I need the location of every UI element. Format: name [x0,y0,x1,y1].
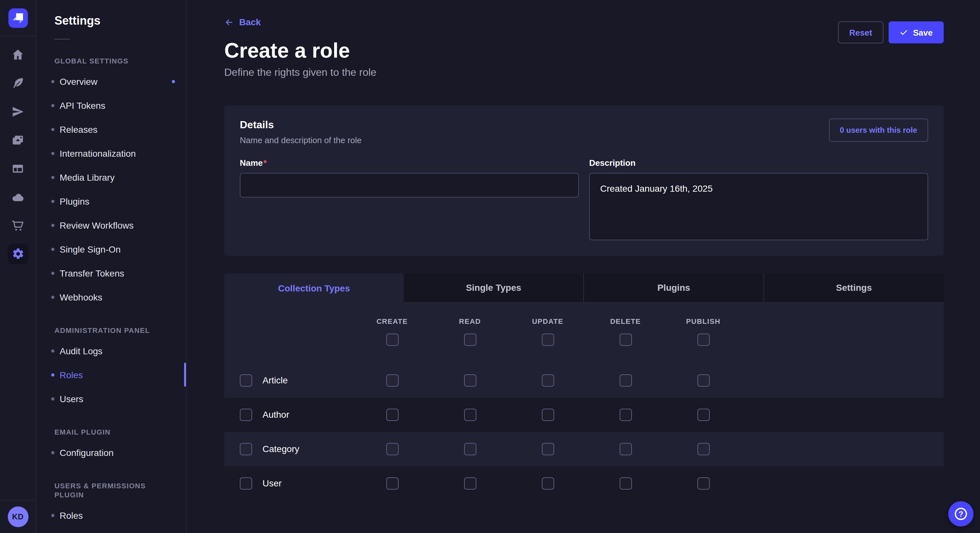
page-subtitle: Define the rights given to the role [224,67,944,78]
sidebar-item-roles-up[interactable]: Roles [36,503,186,527]
sidebar-item-releases[interactable]: Releases [36,117,186,141]
tab-settings[interactable]: Settings [764,273,944,303]
sidebar-item-audit-logs[interactable]: Audit Logs [36,339,186,363]
category-create-checkbox[interactable] [386,443,398,455]
strapi-logo[interactable] [8,8,27,28]
row-select-checkbox[interactable] [240,477,252,489]
cart-icon[interactable] [3,211,32,240]
sidebar-item-configuration[interactable]: Configuration [36,440,186,464]
sidebar-item-users[interactable]: Users [36,387,186,411]
brand-logo-section [0,0,36,36]
user-create-checkbox[interactable] [386,477,398,489]
article-read-checkbox[interactable] [464,374,476,386]
layout-panel-icon[interactable] [3,154,32,182]
select-all-read-checkbox[interactable] [464,333,476,346]
user-update-checkbox[interactable] [541,477,554,489]
sidebar-item-roles-admin[interactable]: Roles [36,363,186,387]
sidebar-item-label: Audit Logs [60,346,102,356]
sidebar-item-label: Single Sign-On [60,244,121,254]
select-all-publish-checkbox[interactable] [697,333,710,346]
sidebar-item-api-tokens[interactable]: API Tokens [36,93,186,117]
user-publish-checkbox[interactable] [697,477,710,489]
article-publish-checkbox[interactable] [697,374,710,386]
reset-button[interactable]: Reset [838,21,883,43]
sidebar-item-internationalization[interactable]: Internationalization [36,141,186,165]
select-all-delete-checkbox[interactable] [619,333,632,346]
rail-nav-items [3,40,32,268]
tab-single-types[interactable]: Single Types [404,273,583,303]
category-publish-checkbox[interactable] [697,443,710,455]
sidebar-item-overview[interactable]: Overview [36,69,186,93]
bullet-icon [51,247,54,251]
question-mark-icon: ? [955,508,967,520]
sidebar-item-plugins[interactable]: Plugins [36,189,186,213]
gear-icon[interactable] [3,240,32,268]
sidebar-item-review-workflows[interactable]: Review Workflows [36,213,186,237]
column-header-create: CREATE [377,317,408,325]
settings-sidebar: Settings GLOBAL SETTINGS Overview API To… [36,0,187,533]
tab-plugins[interactable]: Plugins [583,273,764,303]
user-avatar[interactable]: KD [8,506,28,527]
bullet-icon [51,514,54,517]
row-label: Author [262,409,290,420]
user-read-checkbox[interactable] [464,477,476,489]
bullet-icon [51,373,54,376]
category-read-checkbox[interactable] [464,443,476,455]
save-button[interactable]: Save [888,21,944,43]
name-input[interactable] [240,173,579,197]
home-icon[interactable] [3,40,32,69]
sidebar-item-media-library[interactable]: Media Library [36,165,186,189]
user-delete-checkbox[interactable] [619,477,632,489]
row-select-checkbox[interactable] [240,408,252,420]
row-select-checkbox[interactable] [240,443,252,455]
column-header-delete: DELETE [610,317,641,325]
sidebar-item-webhooks[interactable]: Webhooks [36,285,186,309]
author-create-checkbox[interactable] [386,408,398,420]
description-textarea[interactable]: Created January 16th, 2025 [589,173,928,240]
rail-footer: KD [0,500,36,533]
bullet-icon [51,271,54,274]
cloud-icon[interactable] [3,182,32,211]
media-library-icon[interactable] [3,125,32,154]
tab-collection-types[interactable]: Collection Types [224,273,404,303]
category-delete-checkbox[interactable] [619,443,632,455]
bullet-icon [51,176,54,179]
author-publish-checkbox[interactable] [697,408,710,420]
article-update-checkbox[interactable] [541,374,554,386]
permissions-panel: CREATE READ UPDATE DELETE PUBLISH [224,303,944,500]
table-row-category: Category [224,431,944,466]
category-update-checkbox[interactable] [541,443,554,455]
row-label: User [262,478,282,488]
article-create-checkbox[interactable] [386,374,398,386]
sidebar-item-label: Roles [60,510,83,520]
select-all-update-checkbox[interactable] [541,333,554,346]
sidebar-item-label: Releases [60,124,97,134]
bullet-icon [51,451,54,454]
author-update-checkbox[interactable] [541,408,554,420]
author-read-checkbox[interactable] [464,408,476,420]
permissions-grid-header: CREATE READ UPDATE DELETE PUBLISH [224,303,944,363]
sidebar-item-providers[interactable]: Providers [36,527,186,533]
help-button[interactable]: ? [948,501,974,527]
row-select-checkbox[interactable] [240,374,252,386]
sidebar-item-transfer-tokens[interactable]: Transfer Tokens [36,261,186,285]
section-label-administration-panel: ADMINISTRATION PANEL [54,326,168,335]
author-delete-checkbox[interactable] [619,408,632,420]
sidebar-item-label: Review Workflows [60,220,134,230]
select-all-create-checkbox[interactable] [386,333,398,346]
app-window: KD Settings GLOBAL SETTINGS Overview API… [0,0,980,533]
paper-plane-icon[interactable] [3,97,32,125]
column-header-update: UPDATE [532,317,563,325]
feather-icon[interactable] [3,69,32,97]
users-with-role-button[interactable]: 0 users with this role [829,118,928,141]
sidebar-item-label: Configuration [60,447,114,458]
sidebar-item-single-sign-on[interactable]: Single Sign-On [36,237,186,261]
column-header-read: READ [459,317,481,325]
gear-active-tile [8,244,28,264]
sidebar-item-label: API Tokens [60,100,105,110]
section-label-global-settings: GLOBAL SETTINGS [54,56,168,65]
page-title: Create a role [224,38,944,62]
back-link[interactable]: Back [224,17,261,27]
nav-list-administration-panel: Audit Logs Roles Users [36,339,186,411]
article-delete-checkbox[interactable] [619,374,632,386]
